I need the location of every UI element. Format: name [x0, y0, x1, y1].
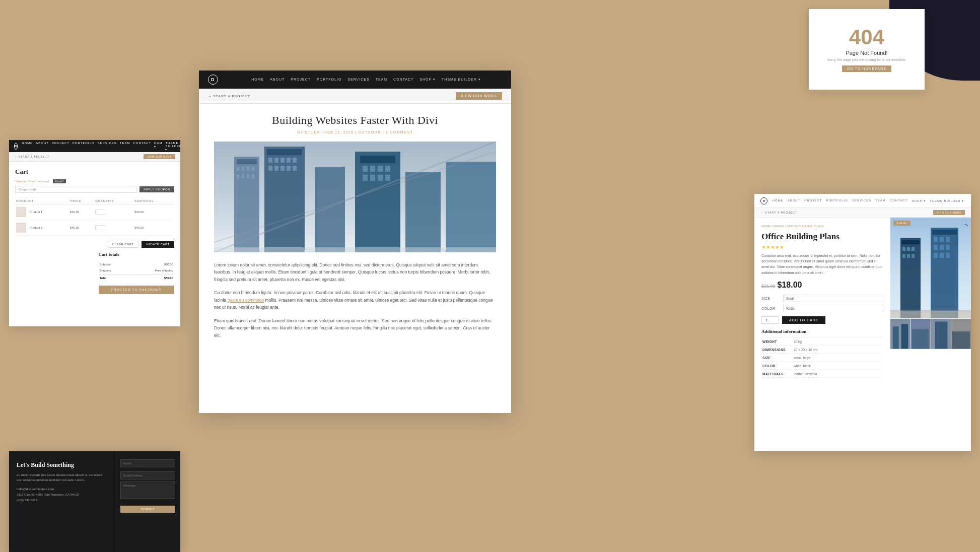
blog-paragraph-2: Curabitur non bibendum ligula. In non pu…	[214, 289, 496, 311]
svg-rect-17	[293, 158, 297, 163]
contact-name-input[interactable]	[120, 459, 175, 467]
product-nav-team[interactable]: TEAM	[875, 199, 886, 202]
nav-portfolio[interactable]: PORTFOLIO	[317, 78, 341, 82]
info-table: WEIGHT 20 kg DIMENSIONS 20 × 20 × 40 cm …	[761, 337, 883, 379]
contact-submit-button[interactable]: SUBMIT	[120, 506, 175, 513]
undo-button[interactable]: Undo?	[53, 179, 66, 183]
cart-title: Cart	[15, 168, 174, 176]
contact-phone: (415) 233-6216	[17, 498, 107, 503]
size-select[interactable]: Small Large	[783, 295, 883, 302]
cart-view-work-button[interactable]: VIEW OUR WORK	[144, 154, 175, 159]
qty-input-1[interactable]	[95, 210, 105, 215]
svg-rect-9	[247, 174, 249, 178]
nav-about[interactable]: ABOUT	[270, 78, 285, 82]
svg-rect-2	[237, 159, 257, 164]
product-subtotal-2: $40.00	[133, 220, 174, 236]
gallery-thumb-4[interactable]	[951, 319, 971, 349]
blog-link[interactable]: quam eu commodo	[227, 298, 264, 303]
product-price-1: $40.00	[69, 204, 94, 220]
product-nav-contact[interactable]: CONTACT	[890, 199, 908, 202]
size-option-row: SIZE Small Large	[761, 295, 883, 302]
svg-rect-46	[907, 254, 910, 258]
product-view-work-button[interactable]: VIEW OUR WORK	[933, 210, 965, 215]
coupon-input[interactable]	[15, 186, 136, 193]
view-our-work-button[interactable]: VIEW OUR WORK	[456, 92, 502, 100]
cart-split: Cart totals Subtotal $80.00 Shipping Fre…	[15, 252, 174, 294]
gallery-thumb-2[interactable]	[911, 319, 931, 349]
product-nav-shop[interactable]: SHOP ▾	[912, 199, 926, 202]
clear-cart-button[interactable]: CLEAR CART	[108, 241, 138, 248]
product-nav-project[interactable]: PROJECT	[804, 199, 822, 202]
cart-coupon-form: APPLY COUPON	[15, 186, 174, 193]
svg-rect-30	[363, 175, 368, 181]
checkout-button[interactable]: PROCEED TO CHECKOUT	[99, 286, 175, 294]
contact-email: hello@divi-architecture.com	[17, 487, 107, 492]
sale-badge: SALE!	[893, 221, 911, 226]
subtotal-row: Subtotal $80.00	[100, 262, 174, 267]
cart-empty-space	[15, 252, 91, 294]
color-select[interactable]: White Black	[783, 305, 883, 312]
contact-email-input[interactable]	[120, 471, 175, 479]
svg-rect-1	[234, 157, 259, 252]
gallery-thumb-3[interactable]	[931, 319, 951, 349]
svg-rect-14	[274, 158, 278, 163]
start-project-link[interactable]: → START A PROJECT	[208, 94, 250, 98]
svg-rect-43	[907, 247, 910, 251]
product-nav-portfolio[interactable]: PORTFOLIO	[826, 199, 848, 202]
update-cart-button[interactable]: UPDATE CART	[142, 241, 174, 248]
svg-rect-58	[946, 253, 950, 258]
gallery-main-image: SALE! 🔍	[890, 218, 971, 318]
product-title: Office Building Plans	[761, 232, 883, 242]
product-nav-theme-builder[interactable]: THEME BUILDER ▾	[930, 199, 964, 202]
product-nav-services[interactable]: SERVICES	[852, 199, 871, 202]
nav-services[interactable]: SERVICES	[347, 78, 369, 82]
col-quantity: QUANTITY	[94, 198, 133, 204]
contact-message-input[interactable]	[120, 481, 175, 499]
breadcrumb: HOME / OFFICE / OFFICE BUILDING PLANS	[761, 225, 883, 228]
search-icon[interactable]: 🔍	[962, 221, 968, 226]
color-option-row: COLOR White Black	[761, 305, 883, 312]
qty-input-2[interactable]	[95, 225, 105, 230]
main-logo[interactable]: D	[208, 75, 218, 85]
info-row-weight: WEIGHT 20 kg	[762, 338, 882, 346]
cart-start-project[interactable]: → START A PROJECT	[14, 155, 49, 158]
svg-rect-50	[934, 237, 938, 242]
nav-contact[interactable]: CONTACT	[393, 78, 413, 82]
cart-body: Cart "Wooden Chair" removed. Undo? APPLY…	[9, 162, 180, 300]
svg-rect-20	[281, 166, 285, 171]
nav-team[interactable]: TEAM	[376, 78, 387, 82]
nav-shop[interactable]: SHOP ▾	[419, 78, 436, 82]
svg-rect-8	[242, 174, 244, 178]
product-qty-input[interactable]	[761, 316, 779, 324]
nav-project[interactable]: PROJECT	[291, 78, 311, 82]
svg-rect-27	[370, 166, 375, 172]
gallery-thumb-1[interactable]	[890, 319, 911, 349]
product-nav-home[interactable]: HOME	[773, 199, 784, 202]
contact-window: Let's Build Something Eu minim veniam qu…	[9, 451, 180, 552]
product-toolbar: → START A PROJECT VIEW OUR WORK	[754, 208, 971, 218]
total-value: $80.00	[129, 274, 173, 281]
error-code: 404	[849, 27, 884, 48]
col-price: PRICE	[69, 198, 94, 204]
contact-title: Let's Build Something	[17, 461, 107, 469]
svg-rect-26	[363, 166, 368, 172]
product-nav-links: HOME ABOUT PROJECT PORTFOLIO SERVICES TE…	[772, 199, 965, 202]
nav-home[interactable]: HOME	[251, 78, 264, 82]
product-nav-about[interactable]: ABOUT	[788, 199, 801, 202]
product-name-2: Product 2	[30, 226, 43, 229]
nav-theme-builder[interactable]: THEME BUILDER ▾	[442, 78, 481, 82]
error-description: Sorry, the page you are looking for is n…	[827, 58, 906, 61]
svg-rect-32	[378, 175, 383, 181]
cart-logo[interactable]: D	[14, 143, 18, 150]
404-window: 404 Page Not Found! Sorry, the page you …	[809, 9, 925, 90]
add-to-cart-button[interactable]: ADD TO CART	[782, 316, 825, 324]
apply-coupon-button[interactable]: APPLY COUPON	[139, 186, 174, 192]
svg-rect-63	[901, 324, 908, 349]
product-name-1: Product 1	[30, 211, 43, 214]
go-homepage-button[interactable]: GO TO HOMEPAGE	[842, 65, 891, 72]
svg-rect-7	[237, 174, 239, 178]
product-logo[interactable]: D	[760, 197, 767, 204]
product-start-project[interactable]: → START A PROJECT	[760, 211, 797, 214]
cart-removed-note: "Wooden Chair" removed. Undo?	[15, 180, 174, 183]
additional-info-title: Additional information	[761, 329, 883, 334]
